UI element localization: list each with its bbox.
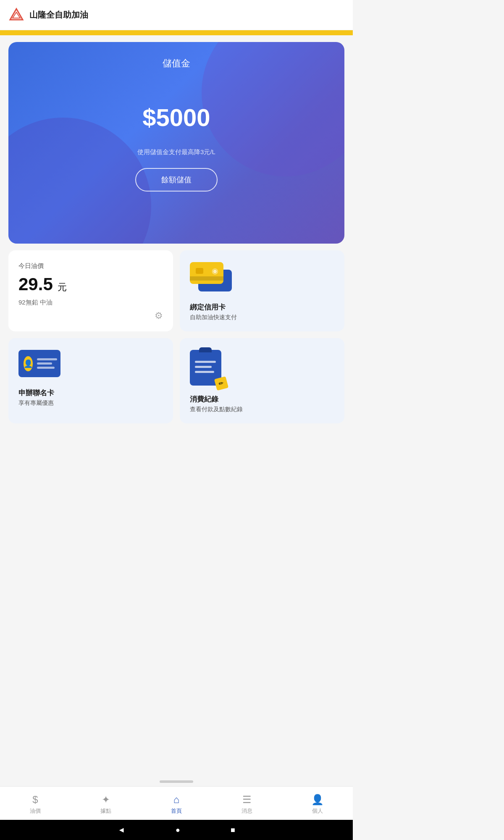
balance-amount: $5000 bbox=[142, 103, 210, 131]
spots-nav-icon: ✦ bbox=[102, 794, 110, 806]
home-button[interactable]: ● bbox=[176, 826, 180, 835]
credit-card-card[interactable]: ◉ 綁定信用卡 自助加油快速支付 bbox=[180, 250, 344, 331]
member-card-subtitle: 享有專屬優惠 bbox=[18, 399, 163, 407]
oil-today-label: 今日油價 bbox=[18, 262, 163, 270]
transaction-card[interactable]: ✏ 消費紀錄 查看付款及點數紀錄 bbox=[180, 338, 344, 423]
oil-price-value: 29.5 元 bbox=[18, 274, 163, 294]
oil-nav-icon: $ bbox=[32, 794, 38, 806]
news-nav-label: 消息 bbox=[242, 807, 252, 815]
nav-item-profile[interactable]: 👤 個人 bbox=[282, 794, 353, 815]
nav-item-home[interactable]: ⌂ 首頁 bbox=[141, 794, 212, 815]
bottom-nav: $ 油價 ✦ 據點 ⌂ 首頁 ☰ 消息 👤 個人 bbox=[0, 786, 353, 820]
oil-nav-label: 油價 bbox=[30, 807, 41, 815]
oil-price-card: 今日油價 29.5 元 92無鉛 中油 ⚙ bbox=[8, 250, 173, 331]
nav-item-oil[interactable]: $ 油價 bbox=[0, 794, 71, 815]
profile-nav-label: 個人 bbox=[312, 807, 323, 815]
credit-card-subtitle: 自助加油快速支付 bbox=[190, 314, 334, 321]
app-title: 山隆全自助加油 bbox=[29, 9, 88, 21]
app-logo-icon bbox=[8, 7, 24, 23]
app-header: 山隆全自助加油 bbox=[0, 0, 353, 30]
transaction-title: 消費紀錄 bbox=[190, 394, 334, 404]
member-card-icon: 👤 bbox=[18, 350, 65, 381]
home-nav-label: 首頁 bbox=[171, 807, 182, 815]
grid-area: 今日油價 29.5 元 92無鉛 中油 ⚙ ◉ 綁定信用卡 自助加油快速支付 👤 bbox=[0, 250, 353, 430]
credit-card-icon: ◉ bbox=[190, 262, 236, 296]
android-nav-bar: ◄ ● ■ bbox=[0, 820, 353, 840]
profile-nav-icon: 👤 bbox=[311, 794, 324, 806]
transaction-subtitle: 查看付款及點數紀錄 bbox=[190, 406, 334, 413]
balance-card: 儲值金 $5000 使用儲值金支付最高降3元/L 餘額儲值 bbox=[8, 42, 344, 244]
member-card-title: 申辦聯名卡 bbox=[18, 388, 163, 398]
gear-icon[interactable]: ⚙ bbox=[155, 310, 163, 321]
news-nav-icon: ☰ bbox=[242, 794, 252, 806]
balance-label: 儲值金 bbox=[163, 57, 190, 70]
spots-nav-label: 據點 bbox=[100, 807, 111, 815]
credit-card-title: 綁定信用卡 bbox=[190, 302, 334, 312]
nav-item-news[interactable]: ☰ 消息 bbox=[212, 794, 282, 815]
transaction-icon: ✏ bbox=[190, 350, 226, 388]
balance-hint: 使用儲值金支付最高降3元/L bbox=[137, 148, 215, 156]
yellow-stripe bbox=[0, 30, 353, 35]
back-button[interactable]: ◄ bbox=[118, 826, 125, 835]
nav-item-spots[interactable]: ✦ 據點 bbox=[71, 794, 141, 815]
topup-button[interactable]: 餘額儲值 bbox=[135, 168, 218, 192]
home-nav-icon: ⌂ bbox=[173, 794, 180, 806]
scroll-indicator bbox=[160, 780, 193, 783]
recents-button[interactable]: ■ bbox=[231, 826, 235, 835]
member-card-card[interactable]: 👤 申辦聯名卡 享有專屬優惠 bbox=[8, 338, 173, 423]
oil-type: 92無鉛 中油 bbox=[18, 299, 163, 307]
